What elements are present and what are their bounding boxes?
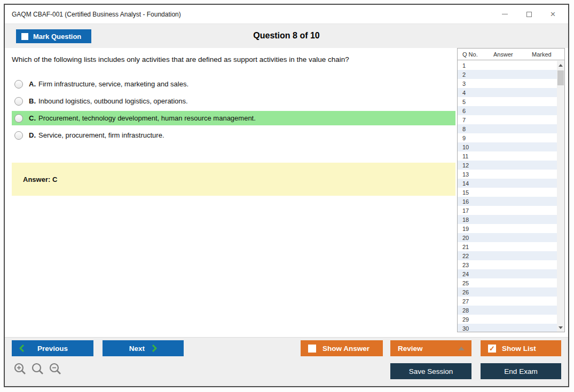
show-list-checkbox[interactable]: ✓ [488, 345, 496, 353]
qno-cell: 27 [462, 298, 493, 305]
radio-button[interactable] [14, 97, 23, 106]
question-list-row[interactable]: 3 [458, 79, 557, 88]
question-list-row[interactable]: 29 [458, 315, 557, 324]
option-row[interactable]: A.Firm infrastructure, service, marketin… [12, 77, 455, 91]
question-list-row[interactable]: 8 [458, 124, 557, 133]
show-list-button[interactable]: ✓ Show List [481, 340, 561, 356]
qno-cell: 29 [462, 316, 493, 323]
qno-cell: 26 [462, 289, 493, 295]
zoom-in-icon[interactable] [13, 362, 27, 376]
option-letter: B. [29, 97, 36, 105]
maximize-icon [526, 12, 532, 17]
question-list-row[interactable]: 23 [458, 260, 557, 269]
qno-cell: 11 [462, 153, 493, 159]
maximize-button[interactable] [517, 5, 541, 23]
question-list-row[interactable]: 25 [458, 278, 557, 287]
qno-cell: 28 [462, 307, 493, 314]
qno-cell: 1 [462, 62, 493, 69]
show-answer-button[interactable]: Show Answer [301, 340, 383, 356]
scrollbar-thumb[interactable] [557, 70, 564, 85]
question-list-row[interactable]: 17 [458, 206, 557, 215]
question-list-row[interactable]: 24 [458, 269, 557, 278]
question-list-row[interactable]: 18 [458, 215, 557, 224]
qno-cell: 9 [462, 135, 493, 141]
end-exam-button[interactable]: End Exam [481, 363, 561, 379]
question-text: Which of the following lists includes on… [12, 55, 457, 63]
question-list-row[interactable]: 11 [458, 151, 557, 161]
question-list-row[interactable]: 20 [458, 233, 557, 242]
question-list-row[interactable]: 9 [458, 133, 557, 142]
app-window: GAQM CBAF-001 (Certified Business Analys… [4, 4, 569, 387]
previous-button[interactable]: Previous [12, 340, 93, 356]
next-button[interactable]: Next [103, 340, 184, 356]
question-list-row[interactable]: 4 [458, 88, 557, 97]
column-qno: Q No. [462, 51, 493, 58]
question-list-row[interactable]: 10 [458, 142, 557, 151]
zoom-reset-icon[interactable] [31, 362, 45, 376]
question-list-row[interactable]: 6 [458, 106, 557, 115]
question-list-row[interactable]: 2 [458, 70, 557, 79]
radio-button[interactable] [14, 114, 23, 123]
qno-cell: 20 [462, 235, 493, 241]
close-button[interactable]: × [541, 5, 565, 23]
option-letter: D. [29, 131, 36, 139]
question-list-row[interactable]: 7 [458, 115, 557, 124]
option-row[interactable]: C.Procurement, technology development, h… [12, 111, 455, 125]
question-list-row[interactable]: 13 [458, 170, 557, 179]
qno-cell: 6 [462, 108, 493, 114]
question-list-row[interactable]: 30 [458, 324, 557, 332]
question-list-row[interactable]: 14 [458, 179, 557, 188]
title-bar: GAQM CBAF-001 (Certified Business Analys… [5, 5, 568, 23]
question-list-row[interactable]: 1 [458, 61, 557, 70]
qno-cell: 21 [462, 244, 493, 250]
option-letter: A. [29, 80, 36, 88]
qno-cell: 22 [462, 253, 493, 259]
qno-cell: 23 [462, 262, 493, 268]
question-list-row[interactable]: 22 [458, 251, 557, 260]
column-marked: Marked [532, 51, 557, 58]
zoom-toolbar [13, 362, 62, 376]
option-text: Service, procurement, firm infrastructur… [38, 131, 164, 139]
option-row[interactable]: D.Service, procurement, firm infrastruct… [12, 128, 455, 142]
qno-cell: 2 [462, 71, 493, 78]
end-exam-label: End Exam [504, 367, 537, 375]
question-list-row[interactable]: 15 [458, 188, 557, 197]
question-list-scrollbar[interactable] [557, 61, 564, 332]
qno-cell: 12 [462, 162, 493, 169]
qno-cell: 3 [462, 81, 493, 87]
question-counter: Question 8 of 10 [5, 31, 568, 41]
question-list-row[interactable]: 27 [458, 297, 557, 306]
window-title: GAQM CBAF-001 (Certified Business Analys… [12, 11, 181, 18]
header-strip: Mark Question Question 8 of 10 [5, 23, 568, 48]
answer-box: Answer: C [12, 163, 455, 196]
question-list-row[interactable]: 21 [458, 242, 557, 251]
scroll-up-arrow[interactable] [557, 61, 564, 69]
qno-cell: 16 [462, 198, 493, 205]
minimize-button[interactable] [493, 5, 517, 23]
question-list-row[interactable]: 5 [458, 97, 557, 106]
qno-cell: 7 [462, 117, 493, 123]
triangle-up-icon [559, 64, 563, 67]
qno-cell: 5 [462, 99, 493, 105]
qno-cell: 25 [462, 280, 493, 286]
question-list-row[interactable]: 12 [458, 161, 557, 170]
question-list-row[interactable]: 19 [458, 224, 557, 233]
review-button[interactable]: Review [390, 340, 471, 356]
option-text: Inbound logistics, outbound logistics, o… [38, 97, 188, 105]
question-list-panel: Q No. Answer Marked 12345678910111213141… [457, 48, 565, 332]
radio-button[interactable] [14, 131, 23, 140]
question-list-row[interactable]: 28 [458, 306, 557, 315]
question-list-row[interactable]: 16 [458, 197, 557, 206]
show-answer-checkbox[interactable] [308, 345, 316, 353]
zoom-out-icon[interactable] [49, 362, 62, 376]
option-text: Firm infrastructure, service, marketing … [38, 80, 188, 88]
triangle-down-icon [559, 326, 563, 329]
question-list-row[interactable]: 26 [458, 287, 557, 297]
show-list-label: Show List [502, 345, 536, 353]
save-session-button[interactable]: Save Session [390, 363, 471, 379]
radio-button[interactable] [14, 80, 23, 89]
option-row[interactable]: B.Inbound logistics, outbound logistics,… [12, 94, 455, 108]
scroll-down-arrow[interactable] [557, 323, 564, 332]
qno-cell: 10 [462, 144, 493, 150]
triangle-up-icon [458, 347, 465, 350]
